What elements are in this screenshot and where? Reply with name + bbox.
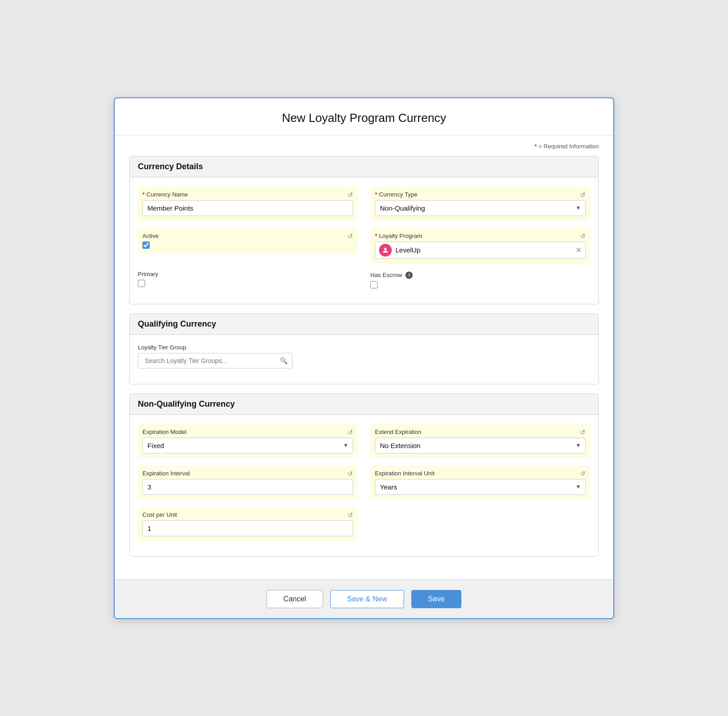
qualifying-currency-body: Loyalty Tier Group 🔍 <box>130 335 598 384</box>
extend-expiration-reset-icon[interactable]: ↺ <box>580 429 586 436</box>
qualifying-currency-header: Qualifying Currency <box>130 314 598 335</box>
modal-container: New Loyalty Program Currency * = Require… <box>114 97 614 619</box>
currency-details-section: Currency Details * Currency Name ↺ <box>129 156 599 304</box>
qualifying-currency-section: Qualifying Currency Loyalty Tier Group 🔍 <box>129 313 599 384</box>
loyalty-program-req: * <box>375 232 377 239</box>
currency-name-wrapper: * Currency Name ↺ <box>138 187 358 221</box>
active-col: Active ↺ <box>138 228 358 263</box>
currency-type-reset-icon[interactable]: ↺ <box>580 191 586 198</box>
extend-expiration-label: Extend Expiration <box>375 429 586 435</box>
loyalty-program-icon <box>379 244 392 257</box>
active-reset-icon[interactable]: ↺ <box>348 232 353 240</box>
primary-checkbox[interactable] <box>138 280 145 287</box>
loyalty-program-wrapper: * Loyalty Program ↺ <box>370 228 590 263</box>
currency-type-req: * <box>375 191 377 198</box>
loyalty-tier-group-search-wrap: 🔍 <box>138 353 293 368</box>
required-info-text: = Required Information <box>538 143 599 150</box>
currency-type-select[interactable]: Non-Qualifying Qualifying <box>375 200 586 216</box>
expiration-interval-unit-wrapper: Expiration Interval Unit ↺ Years Months … <box>370 465 590 499</box>
expiration-model-extend-row: Expiration Model ↺ Fixed Rolling Never ▼ <box>138 424 590 458</box>
currency-details-body: * Currency Name ↺ * Currency Type <box>130 177 598 304</box>
currency-name-col: * Currency Name ↺ <box>138 187 358 221</box>
active-loyalty-row: Active ↺ * Loyalty Program <box>138 228 590 263</box>
cancel-button[interactable]: Cancel <box>267 590 323 608</box>
expiration-interval-unit-label: Expiration Interval Unit <box>375 470 586 477</box>
loyalty-program-reset-icon[interactable]: ↺ <box>580 232 586 240</box>
loyalty-program-label: * Loyalty Program <box>375 232 586 239</box>
modal-footer: Cancel Save & New Save <box>115 580 613 618</box>
required-asterisk: * <box>535 143 537 150</box>
currency-details-header: Currency Details <box>130 156 598 177</box>
has-escrow-label: Has Escrow i <box>370 271 590 279</box>
expiration-model-select[interactable]: Fixed Rolling Never <box>142 438 353 454</box>
cost-per-unit-label: Cost per Unit <box>142 511 353 518</box>
currency-type-select-wrapper: Non-Qualifying Qualifying ▼ <box>375 200 586 216</box>
expiration-interval-wrapper: Expiration Interval ↺ <box>138 465 358 499</box>
expiration-interval-label: Expiration Interval <box>142 470 353 477</box>
svg-point-0 <box>384 247 386 250</box>
currency-name-label: * Currency Name <box>142 191 353 198</box>
extend-expiration-col: Extend Expiration ↺ No Extension Yes ▼ <box>370 424 590 458</box>
active-label: Active <box>142 232 353 239</box>
non-qualifying-currency-body: Expiration Model ↺ Fixed Rolling Never ▼ <box>130 415 598 556</box>
required-info-note: * = Required Information <box>129 143 599 150</box>
loyalty-tier-group-field: Loyalty Tier Group 🔍 <box>138 344 590 368</box>
has-escrow-info-icon[interactable]: i <box>405 272 413 279</box>
non-qualifying-currency-section: Non-Qualifying Currency Expiration Model… <box>129 393 599 557</box>
currency-type-col: * Currency Type ↺ Non-Qualifying Qualify… <box>370 187 590 221</box>
loyalty-tier-group-input[interactable] <box>143 353 280 368</box>
loyalty-program-col: * Loyalty Program ↺ <box>370 228 590 263</box>
person-icon <box>382 247 389 254</box>
cost-per-unit-spacer <box>370 507 590 541</box>
expiration-model-label: Expiration Model <box>142 429 353 435</box>
expiration-interval-unit-select[interactable]: Years Months Days <box>375 479 586 495</box>
expiration-interval-unit-col: Expiration Interval Unit ↺ Years Months … <box>370 465 590 499</box>
expiration-interval-col: Expiration Interval ↺ <box>138 465 358 499</box>
modal-title: New Loyalty Program Currency <box>115 98 613 136</box>
expiration-interval-reset-icon[interactable]: ↺ <box>348 470 353 477</box>
cost-per-unit-input[interactable] <box>142 520 353 536</box>
active-checkbox-field <box>142 242 353 249</box>
currency-name-reset-icon[interactable]: ↺ <box>348 191 353 198</box>
bottom-spacer <box>129 566 599 580</box>
active-wrapper: Active ↺ <box>138 228 358 253</box>
currency-type-wrapper: * Currency Type ↺ Non-Qualifying Qualify… <box>370 187 590 221</box>
extend-expiration-select[interactable]: No Extension Yes <box>375 438 586 454</box>
has-escrow-col: Has Escrow i <box>370 271 590 288</box>
has-escrow-checkbox[interactable] <box>370 281 378 288</box>
primary-checkbox-field <box>138 280 358 287</box>
expiration-model-select-wrapper: Fixed Rolling Never ▼ <box>142 438 353 454</box>
primary-label: Primary <box>138 271 358 277</box>
loyalty-program-input-wrap: LevelUp ✕ <box>375 242 586 259</box>
cost-per-unit-reset-icon[interactable]: ↺ <box>348 511 353 519</box>
expiration-interval-unit-select-wrapper: Years Months Days ▼ <box>375 479 586 495</box>
save-button[interactable]: Save <box>411 590 461 608</box>
expiration-model-reset-icon[interactable]: ↺ <box>348 429 353 436</box>
expiration-interval-row: Expiration Interval ↺ Expiration Interva… <box>138 465 590 499</box>
expiration-interval-unit-reset-icon[interactable]: ↺ <box>580 470 586 477</box>
has-escrow-checkbox-field <box>370 281 590 288</box>
currency-name-input[interactable] <box>142 200 353 216</box>
loyalty-program-value: LevelUp <box>395 246 572 254</box>
loyalty-tier-group-label: Loyalty Tier Group <box>138 344 590 351</box>
cost-per-unit-col: Cost per Unit ↺ <box>138 507 358 541</box>
cost-per-unit-row: Cost per Unit ↺ <box>138 507 590 541</box>
modal-body: * = Required Information Currency Detail… <box>115 136 613 580</box>
expiration-model-col: Expiration Model ↺ Fixed Rolling Never ▼ <box>138 424 358 458</box>
cost-per-unit-wrapper: Cost per Unit ↺ <box>138 507 358 541</box>
currency-name-req: * <box>142 191 145 198</box>
has-escrow-wrapper: Has Escrow i <box>370 271 590 288</box>
currency-name-type-row: * Currency Name ↺ * Currency Type <box>138 187 590 221</box>
primary-col: Primary <box>138 271 358 288</box>
primary-escrow-row: Primary Has Escrow i <box>138 271 590 288</box>
expiration-model-wrapper: Expiration Model ↺ Fixed Rolling Never ▼ <box>138 424 358 458</box>
loyalty-program-clear-icon[interactable]: ✕ <box>576 247 581 254</box>
expiration-interval-input[interactable] <box>142 479 353 495</box>
currency-type-label: * Currency Type <box>375 191 586 198</box>
extend-expiration-wrapper: Extend Expiration ↺ No Extension Yes ▼ <box>370 424 590 458</box>
primary-wrapper: Primary <box>138 271 358 287</box>
save-new-button[interactable]: Save & New <box>330 590 404 608</box>
non-qualifying-currency-header: Non-Qualifying Currency <box>130 394 598 415</box>
active-checkbox[interactable] <box>142 242 150 249</box>
extend-expiration-select-wrapper: No Extension Yes ▼ <box>375 438 586 454</box>
